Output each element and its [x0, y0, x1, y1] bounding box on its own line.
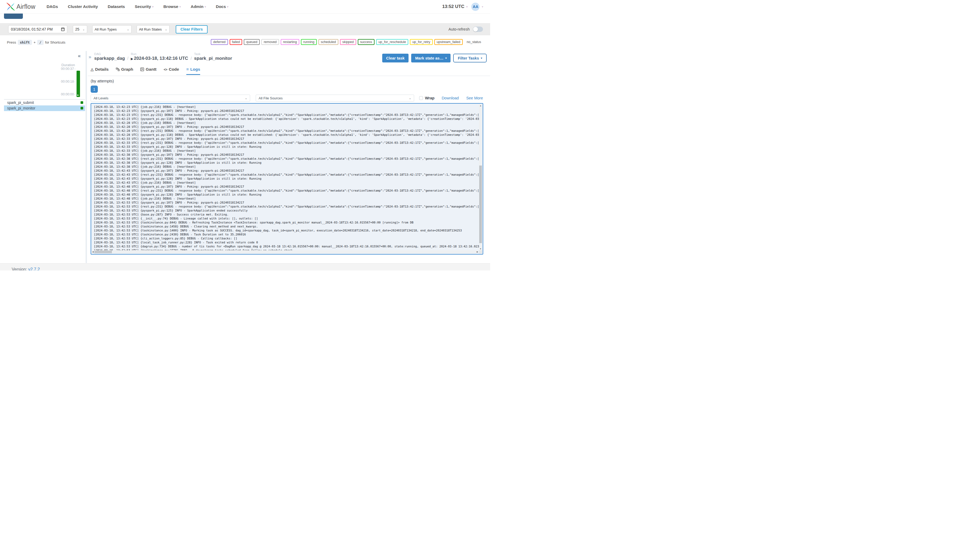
state-badge[interactable]: no_status — [465, 39, 484, 45]
top-navbar: Airflow DAGs Cluster Activity Datasets S… — [0, 0, 490, 14]
log-line: [2024-03-18, 13:42:23 UTC] {rest.py:231}… — [94, 113, 479, 117]
log-line: [2024-03-18, 13:42:53 UTC] {__init__.py:… — [94, 216, 479, 221]
airflow-logo[interactable]: Airflow — [6, 2, 35, 11]
scroll-up-icon[interactable]: ▲ — [479, 105, 482, 107]
task-status-square[interactable] — [81, 107, 83, 110]
state-badge[interactable]: success — [358, 39, 374, 45]
chevron-down-icon: ▾ — [227, 5, 229, 8]
run-types-select[interactable]: All Run Types ⌄ — [92, 25, 132, 33]
page-size-select[interactable]: 25 ⌄ — [73, 25, 87, 33]
log-line: [2024-03-18, 13:42:28 UTC] {pyspark_pi.p… — [94, 133, 479, 137]
log-options: Wrap Download See More — [419, 96, 483, 100]
state-badge[interactable]: up_for_retry — [410, 39, 433, 45]
task-status-square[interactable] — [81, 101, 83, 104]
logs-icon: ≡ — [186, 67, 189, 72]
horizontal-scrollbar-thumb[interactable] — [94, 251, 112, 253]
details-icon: △ — [91, 67, 94, 71]
chevron-down-icon: ⌄ — [127, 28, 129, 31]
footer: Version: v2.7.2 — [0, 263, 490, 270]
run-states-select[interactable]: All Run States ⌄ — [137, 25, 170, 33]
vertical-scrollbar[interactable]: ▲ ▼ — [479, 104, 482, 250]
download-link[interactable]: Download — [442, 96, 459, 100]
chevron-down-icon: ⌄ — [245, 97, 247, 100]
state-badge[interactable]: scheduled — [318, 39, 338, 45]
toggle-knob — [473, 27, 478, 32]
nav-dags[interactable]: DAGs — [46, 4, 58, 9]
nav-cluster-activity[interactable]: Cluster Activity — [68, 4, 98, 9]
date-input[interactable]: 03/18/2024, 01:52:47 PM — [8, 25, 67, 33]
nav-browse[interactable]: Browse▾ — [164, 4, 181, 9]
auto-refresh-group: Auto-refresh — [449, 27, 483, 32]
cutoff-button[interactable] — [4, 13, 23, 19]
vertical-scrollbar-thumb[interactable] — [479, 165, 482, 243]
state-badge[interactable]: skipped — [340, 39, 356, 45]
state-badge[interactable]: queued — [244, 39, 260, 45]
tab-graph[interactable]: Graph — [116, 67, 134, 75]
mark-state-button[interactable]: Mark state as… ▾ — [411, 54, 450, 62]
state-badge[interactable]: running — [301, 39, 317, 45]
clear-task-button[interactable]: Clear task — [382, 54, 409, 62]
nav-docs[interactable]: Docs▾ — [216, 4, 228, 9]
state-badge[interactable]: removed — [261, 39, 279, 45]
version-label: Version: — [12, 267, 27, 270]
breadcrumb-dag[interactable]: DAG sparkapp_dag — [94, 53, 125, 61]
chevron-down-icon: ▾ — [466, 5, 468, 8]
scroll-down-icon[interactable]: ▼ — [479, 248, 482, 250]
task-row[interactable]: spark_pi_submit — [4, 100, 85, 105]
state-badge[interactable]: deferred — [211, 39, 228, 45]
file-sources-select[interactable]: All File Sources ⌄ — [256, 95, 414, 102]
log-line: [2024-03-18, 13:42:38 UTC] {pyspark_pi.p… — [94, 161, 479, 165]
duration-axis-label: Duration — [0, 63, 75, 67]
log-content: [2024-03-18, 13:42:23 UTC] {job.py:216} … — [91, 103, 479, 251]
panel-splitter[interactable] — [86, 51, 87, 263]
log-line: [2024-03-18, 13:42:43 UTC] {rest.py:231}… — [94, 173, 479, 177]
see-more-link[interactable]: See More — [466, 96, 483, 100]
log-line: [2024-03-18, 13:42:53 UTC] {taskinstance… — [94, 232, 479, 237]
sidebar-collapse-button[interactable]: « — [78, 53, 81, 59]
breadcrumb-chevrons-icon[interactable]: » — [89, 54, 91, 60]
slash-key: / — [37, 40, 44, 45]
clear-filters-button[interactable]: Clear Filters — [176, 25, 208, 33]
horizontal-scrollbar[interactable]: ◀ ▶ — [92, 250, 479, 253]
nav-admin[interactable]: Admin▾ — [191, 4, 206, 9]
attempt-1-button[interactable]: 1 — [91, 86, 98, 93]
shift-key: shift — [18, 40, 32, 45]
log-line: [2024-03-18, 13:42:28 UTC] {pyspark_pi.p… — [94, 125, 479, 129]
tab-gantt[interactable]: Gantt — [140, 67, 156, 75]
duration-tick: 00:00:00 — [0, 92, 75, 96]
chevron-down-icon: ▾ — [180, 5, 181, 8]
log-line: [2024-03-18, 13:42:38 UTC] {pyspark_pi.p… — [94, 153, 479, 157]
log-line: [2024-03-18, 13:42:43 UTC] {job.py:216} … — [94, 181, 479, 185]
breadcrumb-run[interactable]: Run ▶2024-03-18, 13:42:16 UTC — [131, 53, 188, 61]
tab-code[interactable]: <> Code — [164, 67, 179, 75]
tab-details[interactable]: △ Details — [91, 67, 109, 75]
dag-run-duration-bar[interactable]: ▶ — [76, 71, 80, 97]
breadcrumb-task[interactable]: Task spark_pi_monitor — [194, 53, 232, 61]
task-row[interactable]: spark_pi_monitor — [4, 105, 85, 111]
state-badge[interactable]: restarting — [281, 39, 299, 45]
auto-refresh-toggle[interactable] — [473, 27, 483, 32]
filter-tasks-button[interactable]: Filter Tasks ▾ — [453, 54, 487, 62]
duration-tick: 00:00:18 — [0, 80, 75, 83]
brand-text: Airflow — [16, 3, 35, 10]
tab-logs[interactable]: ≡ Logs — [186, 67, 200, 75]
log-levels-select[interactable]: All Levels ⌄ — [91, 95, 250, 102]
log-line: [2024-03-18, 13:42:33 UTC] {job.py:216} … — [94, 149, 479, 153]
run-play-icon: ▶ — [131, 57, 133, 60]
state-badge[interactable]: failed — [230, 39, 242, 45]
log-line: [2024-03-18, 13:42:53 UTC] {dagrun.py:73… — [94, 245, 479, 248]
version-link[interactable]: v2.7.2 — [28, 267, 40, 270]
nav-datasets[interactable]: Datasets — [108, 4, 125, 9]
task-list: spark_pi_submit spark_pi_monitor — [4, 100, 85, 111]
scroll-left-icon[interactable]: ◀ — [92, 250, 94, 253]
scroll-right-icon[interactable]: ▶ — [477, 250, 478, 253]
state-badge[interactable]: upstream_failed — [434, 39, 463, 45]
state-badge[interactable]: up_for_reschedule — [376, 39, 409, 45]
nav-security[interactable]: Security▾ — [135, 4, 154, 9]
wrap-checkbox[interactable] — [419, 96, 423, 100]
user-menu[interactable]: AA ▾ — [471, 3, 483, 11]
state-legend: deferred failed queued removed restartin… — [211, 39, 484, 45]
clock-menu[interactable]: 13:52 UTC ▾ — [442, 4, 468, 9]
calendar-icon — [61, 27, 65, 31]
log-line: [2024-03-18, 13:42:28 UTC] {rest.py:231}… — [94, 129, 479, 133]
